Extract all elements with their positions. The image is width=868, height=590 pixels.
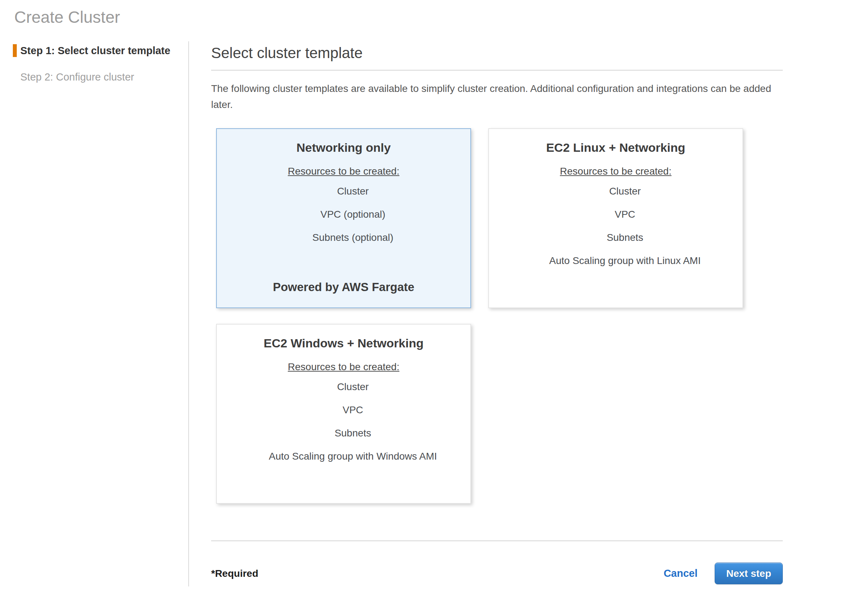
resources-list: Cluster VPC Subnets Auto Scaling group w…: [217, 381, 470, 462]
resources-list: Cluster VPC Subnets Auto Scaling group w…: [489, 185, 743, 267]
template-card-ec2-linux-networking[interactable]: EC2 Linux + Networking Resources to be c…: [488, 128, 743, 308]
resource-item: Subnets: [235, 427, 470, 439]
resources-heading: Resources to be created:: [288, 165, 399, 177]
nav-step-2[interactable]: Step 2: Configure cluster: [13, 71, 188, 83]
resources-list: Cluster VPC (optional) Subnets (optional…: [217, 185, 470, 244]
card-title: Networking only: [217, 140, 470, 154]
template-card-ec2-windows-networking[interactable]: EC2 Windows + Networking Resources to be…: [216, 324, 471, 504]
section-heading: Select cluster template: [211, 44, 783, 62]
resources-heading: Resources to be created:: [288, 361, 399, 373]
resource-item: Auto Scaling group with Linux AMI: [508, 255, 743, 267]
page-title: Create Cluster: [14, 8, 868, 26]
step-nav: Step 1: Select cluster template Step 2: …: [0, 41, 189, 586]
description-text: The following cluster templates are avai…: [211, 81, 775, 113]
resource-item: Cluster: [235, 185, 470, 197]
resource-item: Subnets: [508, 232, 743, 244]
resource-item: Cluster: [235, 381, 470, 393]
resource-item: Auto Scaling group with Windows AMI: [235, 450, 470, 462]
resources-heading: Resources to be created:: [560, 165, 672, 177]
heading-divider: [211, 70, 783, 71]
resource-item: Cluster: [508, 185, 743, 197]
cancel-link[interactable]: Cancel: [664, 568, 698, 579]
resource-item: VPC: [235, 404, 470, 416]
main-panel: Select cluster template The following cl…: [189, 41, 868, 586]
resource-item: VPC: [508, 209, 743, 221]
card-title: EC2 Linux + Networking: [489, 140, 743, 154]
card-title: EC2 Windows + Networking: [217, 336, 470, 350]
card-footnote: Powered by AWS Fargate: [217, 280, 470, 294]
template-card-networking-only[interactable]: Networking only Resources to be created:…: [216, 128, 471, 308]
footer-divider: [211, 540, 783, 541]
resource-item: VPC (optional): [235, 209, 470, 221]
wizard-layout: Step 1: Select cluster template Step 2: …: [0, 41, 868, 586]
footer-bar: *Required Cancel Next step: [211, 562, 783, 584]
resource-item: Subnets (optional): [235, 232, 470, 244]
next-step-button[interactable]: Next step: [714, 562, 783, 584]
template-card-grid: Networking only Resources to be created:…: [216, 128, 744, 504]
nav-step-1[interactable]: Step 1: Select cluster template: [13, 44, 188, 57]
required-note: *Required: [211, 568, 258, 579]
